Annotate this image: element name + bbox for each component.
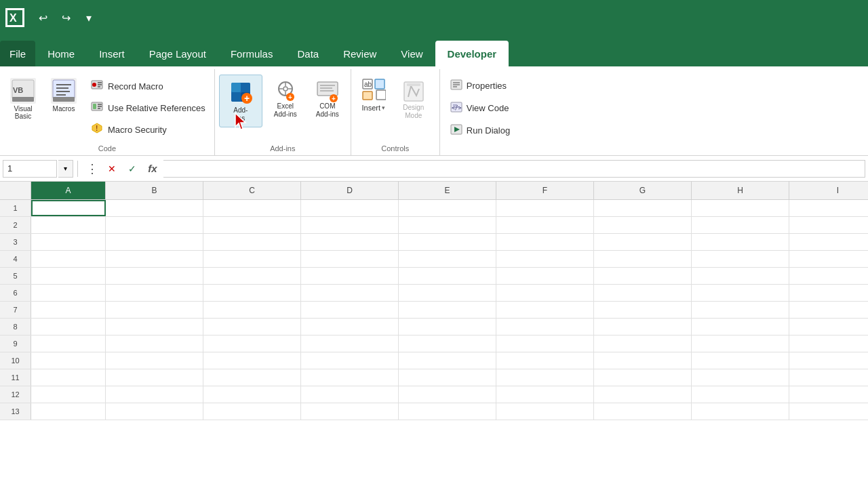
cell[interactable] (31, 352, 106, 369)
row-header[interactable]: 11 (0, 369, 31, 386)
cell[interactable] (31, 268, 106, 284)
cell[interactable] (301, 386, 399, 403)
cell[interactable] (31, 336, 106, 352)
cell[interactable] (692, 268, 789, 284)
cell[interactable] (301, 403, 399, 420)
visual-basic-button[interactable]: VB VisualBasic (4, 75, 42, 123)
cell[interactable] (496, 285, 594, 301)
cell[interactable] (203, 251, 301, 267)
cell[interactable] (301, 268, 399, 284)
cell[interactable] (106, 336, 203, 352)
cell[interactable] (106, 352, 203, 369)
cell[interactable] (31, 200, 106, 216)
cell[interactable] (31, 319, 106, 335)
cell[interactable] (203, 336, 301, 352)
cell[interactable] (31, 403, 106, 420)
cell[interactable] (594, 234, 692, 250)
select-all-button[interactable] (0, 182, 31, 199)
cell[interactable] (692, 251, 789, 267)
cell[interactable] (203, 319, 301, 335)
cell[interactable] (496, 386, 594, 403)
cell[interactable] (31, 369, 106, 386)
cell[interactable] (692, 369, 789, 386)
cell[interactable] (594, 217, 692, 233)
col-header-i[interactable]: I (789, 182, 868, 199)
cell[interactable] (789, 403, 868, 420)
cell[interactable] (789, 268, 868, 284)
cell[interactable] (594, 302, 692, 318)
cell[interactable] (399, 200, 496, 216)
col-header-c[interactable]: C (203, 182, 301, 199)
macro-security-button[interactable]: ! Macro Security (85, 119, 210, 140)
cell[interactable] (106, 217, 203, 233)
tab-view[interactable]: View (389, 41, 435, 66)
cell[interactable] (692, 200, 789, 216)
view-code-button[interactable]: </> View Code (446, 98, 515, 118)
cell[interactable] (789, 200, 868, 216)
cell[interactable] (203, 285, 301, 301)
cell[interactable] (106, 251, 203, 267)
tab-review[interactable]: Review (331, 41, 389, 66)
cell[interactable] (106, 386, 203, 403)
cell[interactable] (106, 369, 203, 386)
cell[interactable] (301, 336, 399, 352)
cell[interactable] (692, 285, 789, 301)
col-header-e[interactable]: E (399, 182, 496, 199)
tab-data[interactable]: Data (285, 41, 331, 66)
cell[interactable] (789, 234, 868, 250)
cell[interactable] (31, 217, 106, 233)
cell[interactable] (399, 319, 496, 335)
cell[interactable] (594, 285, 692, 301)
use-relative-references-button[interactable]: Use Relative References (85, 98, 210, 118)
cell[interactable] (399, 369, 496, 386)
cell[interactable] (399, 403, 496, 420)
cell[interactable] (692, 336, 789, 352)
cell[interactable] (789, 369, 868, 386)
dots-menu-button[interactable]: ⋮ (82, 159, 101, 178)
cell[interactable] (106, 268, 203, 284)
cell[interactable] (496, 369, 594, 386)
cell[interactable] (594, 369, 692, 386)
cell[interactable] (106, 319, 203, 335)
cell[interactable] (399, 234, 496, 250)
cell[interactable] (399, 302, 496, 318)
function-wizard-button[interactable]: fx (143, 159, 162, 178)
cell[interactable] (496, 251, 594, 267)
cell[interactable] (301, 352, 399, 369)
row-header[interactable]: 4 (0, 251, 31, 267)
cell[interactable] (203, 352, 301, 369)
insert-button[interactable]: ab Insert ▾ (357, 75, 391, 115)
cell[interactable] (399, 251, 496, 267)
cancel-button[interactable]: ✕ (102, 159, 121, 178)
cell[interactable] (692, 217, 789, 233)
cell[interactable] (301, 369, 399, 386)
cell[interactable] (692, 352, 789, 369)
col-header-f[interactable]: F (496, 182, 594, 199)
cell[interactable] (692, 319, 789, 335)
excel-add-ins-button[interactable]: + ExcelAdd-ins (267, 75, 304, 123)
col-header-h[interactable]: H (692, 182, 789, 199)
macros-button[interactable]: Macros (45, 75, 83, 116)
com-add-ins-button[interactable]: + COMAdd-ins (309, 75, 347, 123)
cell[interactable] (31, 251, 106, 267)
cell[interactable] (106, 285, 203, 301)
tab-insert[interactable]: Insert (87, 41, 137, 66)
cell[interactable] (789, 217, 868, 233)
cell[interactable] (692, 234, 789, 250)
cell[interactable] (399, 336, 496, 352)
cell[interactable] (301, 285, 399, 301)
col-header-a[interactable]: A (31, 182, 106, 199)
cell[interactable] (496, 319, 594, 335)
row-header[interactable]: 2 (0, 217, 31, 233)
design-mode-button[interactable]: DesignMode (393, 75, 434, 125)
record-macro-button[interactable]: Record Macro (85, 76, 210, 96)
cell-reference-dropdown[interactable]: ▾ (58, 160, 73, 178)
cell[interactable] (399, 217, 496, 233)
cell[interactable] (203, 200, 301, 216)
cell[interactable] (594, 268, 692, 284)
col-header-d[interactable]: D (301, 182, 399, 199)
tab-developer[interactable]: Developer (435, 41, 509, 66)
cell[interactable] (496, 200, 594, 216)
cell[interactable] (301, 302, 399, 318)
row-header[interactable]: 5 (0, 268, 31, 284)
